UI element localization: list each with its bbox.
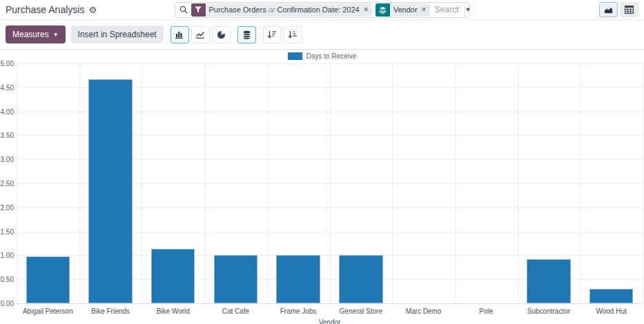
x-axis-tick: Frame Jobs: [267, 307, 330, 315]
remove-filter-icon[interactable]: ×: [363, 3, 372, 17]
chart-legend[interactable]: Days to Receive: [288, 52, 357, 60]
bar[interactable]: [339, 255, 382, 303]
bar-chart-button[interactable]: [170, 26, 189, 43]
remove-groupby-icon[interactable]: ×: [421, 3, 430, 17]
measures-button[interactable]: Measures ▼: [6, 26, 66, 43]
chart-type-group: [170, 26, 231, 43]
v-gridline: [79, 63, 80, 303]
v-gridline: [17, 63, 17, 303]
x-axis-tick: Wood Hut: [580, 307, 643, 315]
x-axis-tick: Subcontractor: [518, 307, 580, 315]
legend-swatch: [288, 52, 302, 60]
pivot-view-button[interactable]: [620, 2, 638, 17]
x-axis-tick: Bike Friends: [79, 307, 142, 315]
bar[interactable]: [26, 256, 70, 303]
v-gridline: [330, 63, 331, 303]
x-axis-tick: General Store: [330, 307, 393, 315]
groupby-facet-label: Vendor: [390, 3, 421, 17]
graph-view: Days to Receive 0.000.501.001.502.002.50…: [0, 50, 644, 324]
h-gridline: [17, 303, 643, 304]
v-gridline: [392, 63, 393, 303]
x-axis-tick: Abigail Peterson: [17, 307, 79, 315]
y-axis-tick: 2.00: [0, 204, 14, 212]
y-axis-tick: 3.50: [0, 132, 14, 139]
bar[interactable]: [214, 255, 257, 303]
view-switcher: [599, 2, 638, 17]
page-title: Purchase Analysis: [6, 4, 84, 15]
filter-facet-label: Purchase Orders or Confirmation Date: 20…: [206, 3, 363, 17]
search-bar[interactable]: Purchase Orders or Confirmation Date: 20…: [175, 2, 470, 18]
y-axis-tick: 0.50: [0, 276, 14, 283]
control-panel: Measures ▼ Insert in Spreadsheet: [0, 20, 644, 50]
y-axis-tick: 4.00: [0, 108, 14, 116]
v-gridline: [518, 63, 518, 303]
v-gridline: [142, 63, 142, 303]
gear-icon[interactable]: ⚙: [88, 6, 97, 14]
search-input[interactable]: [433, 4, 461, 15]
bar[interactable]: [589, 289, 633, 303]
line-chart-button[interactable]: [191, 26, 210, 43]
stacked-button[interactable]: [237, 26, 256, 43]
y-axis-tick: 5.00: [0, 60, 14, 68]
x-axis-label: Vendor: [17, 318, 643, 324]
filter-icon: [191, 3, 206, 17]
filter-facet[interactable]: Purchase Orders or Confirmation Date: 20…: [191, 3, 372, 17]
chevron-down-icon: ▼: [53, 32, 59, 38]
v-gridline: [455, 63, 456, 303]
v-gridline: [643, 63, 643, 303]
x-axis-tick: Cat Cafe: [204, 307, 267, 315]
v-gridline: [267, 63, 268, 303]
x-axis-tick: Pole: [455, 307, 518, 315]
sort-descending-button[interactable]: [263, 26, 282, 43]
search-icon: [179, 6, 188, 14]
y-axis-tick: 3.00: [0, 156, 14, 163]
x-axis-tick: Marc Demo: [392, 307, 455, 315]
y-axis-tick: 1.00: [0, 252, 14, 259]
sort-ascending-button[interactable]: [284, 26, 302, 43]
y-axis-tick: 0.00: [0, 300, 14, 307]
top-header: Purchase Analysis ⚙ Purchase Orders or C…: [0, 0, 644, 20]
insert-in-spreadsheet-button[interactable]: Insert in Spreadsheet: [71, 26, 164, 43]
y-axis-tick: 4.50: [0, 84, 14, 92]
bar[interactable]: [151, 249, 195, 303]
v-gridline: [580, 63, 580, 303]
y-axis-tick: 1.50: [0, 228, 14, 236]
group-by-icon: [375, 3, 390, 17]
graph-view-button[interactable]: [599, 2, 618, 17]
pie-chart-button[interactable]: [212, 26, 231, 43]
v-gridline: [204, 63, 205, 303]
bar[interactable]: [276, 255, 320, 303]
x-axis-tick: Bike World: [142, 307, 204, 315]
legend-label: Days to Receive: [306, 52, 357, 60]
bar[interactable]: [527, 259, 570, 303]
stacked-toggle-group: [237, 26, 256, 43]
sort-group: [263, 26, 302, 43]
y-axis-tick: 2.50: [0, 180, 14, 188]
bar[interactable]: [88, 79, 132, 303]
groupby-facet[interactable]: Vendor ×: [375, 3, 430, 17]
